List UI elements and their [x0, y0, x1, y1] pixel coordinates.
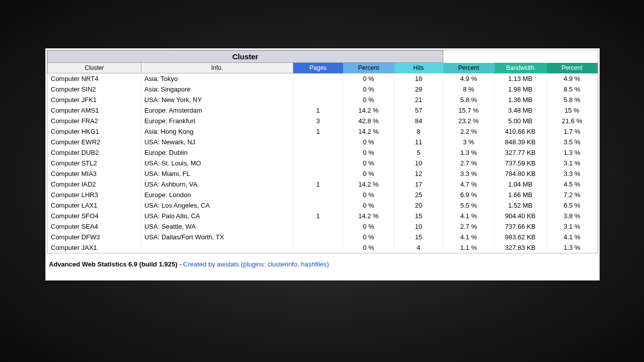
- cell-info: USA: New York, NY: [141, 95, 293, 105]
- cell-bandwidth-pct: 3.3 %: [546, 168, 597, 179]
- col-hits: Hits: [394, 63, 443, 73]
- cell-info: USA: Dallas/Fort Worth, TX: [141, 232, 293, 242]
- cell-pages-pct: 0 %: [343, 84, 394, 95]
- cell-hits-pct: 1.3 %: [443, 147, 494, 158]
- cell-info: USA: Ashburn, VA: [141, 179, 293, 190]
- cell-pages: [293, 147, 343, 158]
- table-row: Computer LHR3Europe: London0 %256.9 %1.6…: [48, 190, 598, 200]
- cell-cluster: Computer FRA2: [48, 116, 141, 126]
- cell-hits-pct: 4.9 %: [443, 73, 494, 84]
- col-hits-pct: Percent: [443, 63, 494, 73]
- col-pages-pct: Percent: [343, 63, 394, 73]
- cluster-table: Cluster Cluster Info. Pages Percent Hits…: [47, 50, 598, 253]
- cell-bandwidth: 737.59 KB: [494, 158, 546, 168]
- cell-cluster: Computer EWR2: [48, 137, 141, 147]
- cell-bandwidth: 1.66 MB: [494, 190, 546, 200]
- cell-bandwidth: 1.98 MB: [494, 84, 546, 95]
- cell-hits: 20: [394, 200, 443, 211]
- cell-info: Europe: Amsterdam: [141, 105, 293, 116]
- cell-bandwidth: 3.48 MB: [494, 105, 546, 116]
- footer-product: Advanced Web Statistics 6.9 (build 1.925…: [49, 260, 178, 268]
- table-row: Computer NRT4Asia: Tokyo0 %184.9 %1.13 M…: [48, 73, 598, 84]
- cell-pages-pct: 0 %: [343, 95, 394, 105]
- cell-pages: 3: [293, 116, 343, 126]
- cell-bandwidth-pct: 1.3 %: [546, 242, 597, 253]
- cell-hits-pct: 4.7 %: [443, 179, 494, 190]
- cell-bandwidth: 904.40 KB: [494, 211, 546, 221]
- cell-hits: 10: [394, 221, 443, 232]
- cell-bandwidth-pct: 7.2 %: [546, 190, 597, 200]
- table-row: Computer SEA4USA: Seattle, WA0 %102.7 %7…: [48, 221, 598, 232]
- cell-pages: [293, 242, 343, 253]
- cell-cluster: Computer STL2: [48, 158, 141, 168]
- cell-hits: 8: [394, 126, 443, 137]
- cell-pages-pct: 0 %: [343, 168, 394, 179]
- cell-cluster: Computer JFK1: [48, 95, 141, 105]
- cell-pages: [293, 200, 343, 211]
- cell-bandwidth: 1.52 MB: [494, 200, 546, 211]
- cell-bandwidth-pct: 3.1 %: [546, 158, 597, 168]
- cell-bandwidth-pct: 3.1 %: [546, 221, 597, 232]
- cell-info: USA: Los Angeles, CA: [141, 200, 293, 211]
- cell-hits-pct: 8 %: [443, 84, 494, 95]
- cell-cluster: Computer LHR3: [48, 190, 141, 200]
- cell-pages: [293, 137, 343, 147]
- cell-hits-pct: 5.5 %: [443, 200, 494, 211]
- cell-cluster: Computer SFO4: [48, 211, 141, 221]
- cell-hits-pct: 4.1 %: [443, 211, 494, 221]
- cell-pages-pct: 14.2 %: [343, 179, 394, 190]
- cell-hits: 29: [394, 84, 443, 95]
- cell-pages-pct: 14.2 %: [343, 126, 394, 137]
- cell-bandwidth: 784.80 KB: [494, 168, 546, 179]
- cell-pages-pct: 14.2 %: [343, 105, 394, 116]
- col-bandwidth: Bandwidth: [494, 63, 546, 73]
- cell-bandwidth-pct: 6.5 %: [546, 200, 597, 211]
- cell-pages-pct: 0 %: [343, 242, 394, 253]
- table-row: Computer SIN2Asia: Singapore0 %298 %1.98…: [48, 84, 598, 95]
- cell-cluster: Computer IAD2: [48, 179, 141, 190]
- cell-hits: 17: [394, 179, 443, 190]
- table-row: Computer EWR2USA: Newark, NJ0 %113 %848.…: [48, 137, 598, 147]
- cell-hits-pct: 3.3 %: [443, 168, 494, 179]
- cell-info: Asia: Hong Kong: [141, 126, 293, 137]
- cell-bandwidth: 1.13 MB: [494, 73, 546, 84]
- table-row: Computer AMS1Europe: Amsterdam114.2 %571…: [48, 105, 598, 116]
- cell-pages: [293, 95, 343, 105]
- cell-bandwidth-pct: 1.3 %: [546, 147, 597, 158]
- cell-pages: 1: [293, 211, 343, 221]
- cell-hits-pct: 2.7 %: [443, 158, 494, 168]
- cell-info: Europe: London: [141, 190, 293, 200]
- table-row: Computer LAX1USA: Los Angeles, CA0 %205.…: [48, 200, 598, 211]
- cell-info: Asia: Tokyo: [141, 73, 293, 84]
- table-row: Computer MIA3USA: Miami, FL0 %123.3 %784…: [48, 168, 598, 179]
- cell-pages: 1: [293, 179, 343, 190]
- cell-pages-pct: 14.2 %: [343, 211, 394, 221]
- cell-bandwidth-pct: 4.9 %: [546, 73, 597, 84]
- cell-pages-pct: 0 %: [343, 232, 394, 242]
- cell-hits-pct: 3 %: [443, 137, 494, 147]
- footer: Advanced Web Statistics 6.9 (build 1.925…: [47, 253, 598, 270]
- cell-pages-pct: 0 %: [343, 200, 394, 211]
- table-row: Computer STL2USA: St. Louis, MO0 %102.7 …: [48, 158, 598, 168]
- col-info: Info.: [141, 63, 293, 73]
- cell-hits: 15: [394, 232, 443, 242]
- cell-pages: [293, 232, 343, 242]
- cell-bandwidth: 327.83 KB: [494, 242, 546, 253]
- cell-cluster: Computer DUB2: [48, 147, 141, 158]
- footer-link[interactable]: Created by awstats (plugins: clusterinfo…: [183, 260, 329, 268]
- cell-pages-pct: 0 %: [343, 73, 394, 84]
- cell-bandwidth: 1.04 MB: [494, 179, 546, 190]
- cell-info: Europe: Frankfurt: [141, 116, 293, 126]
- cell-pages: [293, 73, 343, 84]
- cell-hits: 18: [394, 73, 443, 84]
- cell-pages-pct: 0 %: [343, 221, 394, 232]
- table-row: Computer DUB2Europe: Dublin0 %51.3 %327.…: [48, 147, 598, 158]
- cell-pages-pct: 0 %: [343, 137, 394, 147]
- cell-hits-pct: 4.1 %: [443, 232, 494, 242]
- cell-bandwidth: 327.77 KB: [494, 147, 546, 158]
- cell-bandwidth-pct: 21.6 %: [546, 116, 597, 126]
- table-row: Computer FRA2Europe: Frankfurt342.8 %842…: [48, 116, 598, 126]
- cell-hits-pct: 5.8 %: [443, 95, 494, 105]
- cell-pages-pct: 0 %: [343, 147, 394, 158]
- cell-hits: 15: [394, 211, 443, 221]
